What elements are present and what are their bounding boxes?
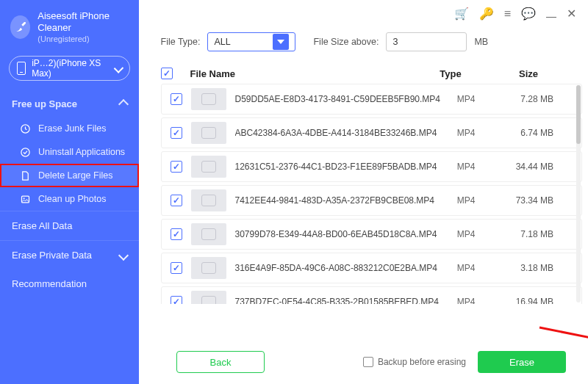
- dropdown-icon: [273, 34, 289, 50]
- file-type: MP4: [440, 94, 492, 104]
- chevron-up-icon: [118, 99, 128, 109]
- video-thumbnail-icon: [191, 291, 226, 304]
- section-erase-private-data[interactable]: Erase Private Data: [0, 240, 139, 269]
- table-row[interactable]: 30799D78-E349-44A8-BD00-6EAB45D18C8A.MP4…: [161, 219, 582, 250]
- backup-checkbox[interactable]: Backup before erasing: [363, 357, 466, 367]
- close-button[interactable]: ✕: [567, 8, 576, 20]
- brand: Aiseesoft iPhone Cleaner (Unregistered): [0, 0, 139, 51]
- app-title: Aiseesoft iPhone Cleaner: [37, 10, 129, 35]
- erase-label: Erase: [509, 357, 534, 368]
- row-checkbox[interactable]: [171, 228, 182, 240]
- titlebar: 🛒 🔑 ≡ 💬 ✕: [139, 0, 588, 28]
- row-checkbox[interactable]: [171, 296, 182, 304]
- file-size: 7.18 MB: [492, 229, 565, 239]
- section-label: Erase Private Data: [12, 250, 92, 261]
- file-list: D59DD5AE-E8D3-4173-8491-C59DEEB5FB90.MP4…: [161, 84, 582, 304]
- file-name: 12631C51-2376-44C1-BD23-F1EE89F5BADB.MP4: [235, 162, 440, 172]
- video-thumbnail-icon: [191, 88, 226, 110]
- select-all-checkbox[interactable]: [161, 68, 173, 79]
- nav-label: Clean up Photos: [38, 194, 106, 204]
- back-label: Back: [210, 357, 232, 368]
- back-button[interactable]: Back: [176, 351, 265, 373]
- app-logo-icon: [10, 15, 30, 39]
- section-free-up-space[interactable]: Free up Space: [0, 91, 139, 117]
- clock-icon: [19, 123, 31, 134]
- menu-icon[interactable]: ≡: [504, 8, 511, 20]
- section-label: Recommendation: [12, 278, 87, 289]
- apps-icon: [19, 146, 31, 158]
- nav-label: Erase Junk Files: [38, 123, 106, 134]
- row-checkbox[interactable]: [171, 195, 182, 206]
- file-type: MP4: [440, 162, 492, 172]
- row-checkbox[interactable]: [171, 93, 182, 105]
- nav-uninstall-applications[interactable]: Uninstall Applications: [0, 140, 139, 164]
- section-recommendation[interactable]: Recommendation: [0, 269, 139, 298]
- section-label: Free up Space: [12, 98, 77, 109]
- file-size: 34.44 MB: [492, 162, 565, 172]
- feedback-icon[interactable]: 💬: [521, 8, 536, 20]
- row-checkbox[interactable]: [171, 262, 182, 274]
- table-row[interactable]: 737BD7EC-0E54-4C85-B335-2B01585BEBED.MP4…: [161, 286, 582, 304]
- row-checkbox[interactable]: [171, 127, 182, 139]
- table-row[interactable]: 316E4A9F-85DA-49C6-A08C-883212C0E2BA.MP4…: [161, 253, 582, 283]
- table-header: File Name Type Size: [139, 62, 588, 84]
- file-name: 30799D78-E349-44A8-BD00-6EAB45D18C8A.MP4: [235, 229, 440, 239]
- file-size-input[interactable]: [386, 32, 467, 51]
- col-file-name[interactable]: File Name: [190, 68, 425, 79]
- photo-icon: [19, 193, 31, 205]
- col-type[interactable]: Type: [425, 68, 476, 79]
- file-size: 7.28 MB: [492, 94, 565, 104]
- col-size[interactable]: Size: [476, 68, 550, 79]
- table-row[interactable]: 12631C51-2376-44C1-BD23-F1EE89F5BADB.MP4…: [161, 151, 582, 182]
- file-name: D59DD5AE-E8D3-4173-8491-C59DEEB5FB90.MP4: [235, 94, 440, 104]
- table-row[interactable]: 7412EE44-9841-483D-A35A-2372FB9CBE08.MP4…: [161, 185, 582, 216]
- sidebar: Aiseesoft iPhone Cleaner (Unregistered) …: [0, 0, 139, 384]
- scrollbar-thumb[interactable]: [576, 85, 581, 144]
- file-type: MP4: [440, 297, 492, 304]
- nav-erase-junk-files[interactable]: Erase Junk Files: [0, 117, 139, 140]
- key-icon[interactable]: 🔑: [479, 8, 494, 20]
- svg-point-3: [23, 198, 24, 199]
- nav-label: Uninstall Applications: [38, 147, 125, 157]
- file-size: 16.94 MB: [492, 297, 565, 304]
- file-type-value: ALL: [214, 37, 230, 47]
- bottom-bar: Back Backup before erasing Erase: [154, 347, 588, 377]
- device-selector[interactable]: iP…2)(iPhone XS Max): [9, 56, 130, 81]
- cart-icon[interactable]: 🛒: [454, 8, 469, 20]
- file-size: 6.74 MB: [492, 128, 565, 138]
- file-name: 7412EE44-9841-483D-A35A-2372FB9CBE08.MP4: [235, 195, 440, 206]
- chevron-down-icon: [113, 64, 123, 73]
- file-name: 316E4A9F-85DA-49C6-A08C-883212C0E2BA.MP4: [235, 263, 440, 273]
- erase-button[interactable]: Erase: [478, 351, 566, 373]
- file-size-unit: MB: [474, 37, 488, 47]
- section-label: Erase All Data: [12, 220, 72, 231]
- file-type-label: File Type:: [161, 37, 201, 47]
- checkbox-icon: [363, 357, 373, 367]
- file-type: MP4: [440, 263, 492, 273]
- file-icon: [19, 170, 31, 181]
- video-thumbnail-icon: [191, 189, 226, 211]
- file-name: 737BD7EC-0E54-4C85-B335-2B01585BEBED.MP4: [235, 297, 440, 304]
- file-size: 3.18 MB: [492, 263, 565, 273]
- svg-point-1: [21, 148, 29, 156]
- file-type-select[interactable]: ALL: [207, 32, 295, 51]
- svg-line-4: [539, 327, 588, 346]
- nav-delete-large-files[interactable]: Delete Large Files: [0, 164, 139, 187]
- main-panel: 🛒 🔑 ≡ 💬 ✕ File Type: ALL File Size above…: [139, 0, 588, 384]
- nav-clean-up-photos[interactable]: Clean up Photos: [0, 187, 139, 211]
- device-label: iP…2)(iPhone XS Max): [32, 58, 110, 79]
- table-row[interactable]: D59DD5AE-E8D3-4173-8491-C59DEEB5FB90.MP4…: [161, 84, 582, 115]
- table-row[interactable]: ABC42384-6A3A-4DBE-A414-3184BE33246B.MP4…: [161, 117, 582, 148]
- row-checkbox[interactable]: [171, 161, 182, 173]
- backup-label: Backup before erasing: [378, 357, 466, 367]
- app-subtitle: (Unregistered): [37, 35, 129, 45]
- file-type: MP4: [440, 195, 492, 206]
- scrollbar[interactable]: [576, 85, 581, 303]
- section-erase-all-data[interactable]: Erase All Data: [0, 211, 139, 240]
- minimize-button[interactable]: [546, 8, 556, 20]
- video-thumbnail-icon: [191, 156, 226, 178]
- file-type: MP4: [440, 229, 492, 239]
- file-size: 73.34 MB: [492, 195, 565, 206]
- filters-bar: File Type: ALL File Size above: MB: [139, 28, 588, 62]
- video-thumbnail-icon: [191, 122, 226, 144]
